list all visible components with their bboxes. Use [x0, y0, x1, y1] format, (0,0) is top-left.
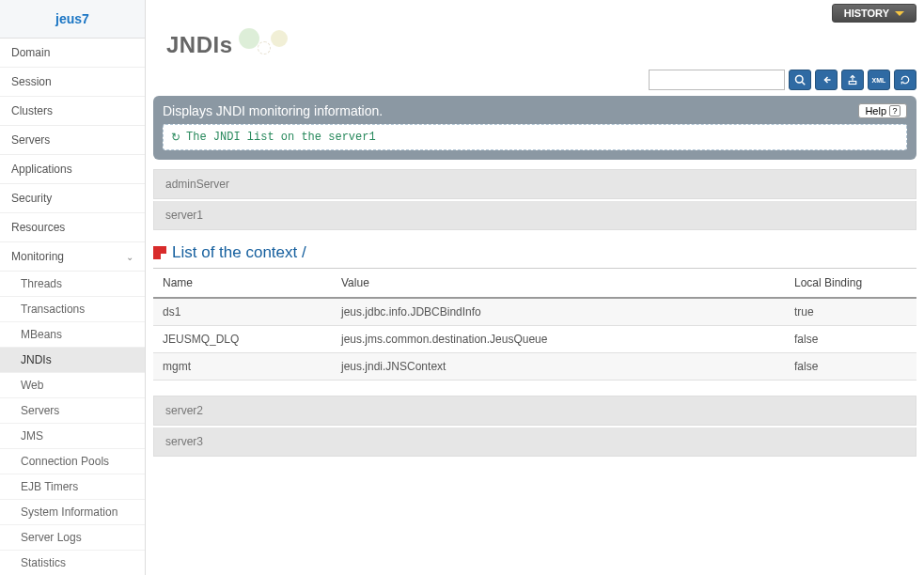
nav-applications[interactable]: Applications	[0, 155, 145, 184]
cell-binding: true	[785, 298, 916, 326]
server-bar-server1[interactable]: server1	[153, 201, 916, 230]
nav-session[interactable]: Session	[0, 68, 145, 97]
cell-name: JEUSMQ_DLQ	[153, 326, 332, 353]
refresh-toolbar-icon[interactable]	[894, 70, 916, 90]
info-title: Displays JNDI monitoring information.	[163, 103, 907, 118]
sub-transactions[interactable]: Transactions	[0, 297, 145, 322]
info-panel: Displays JNDI monitoring information. He…	[153, 96, 916, 160]
svg-line-1	[802, 82, 805, 85]
sub-server-logs[interactable]: Server Logs	[0, 525, 145, 551]
server-group-bottom: server2 server3	[153, 396, 916, 457]
server-bar-adminserver[interactable]: adminServer	[153, 169, 916, 199]
nav-clusters[interactable]: Clusters	[0, 97, 145, 126]
sub-jndis[interactable]: JNDIs	[0, 348, 145, 373]
topbar: HISTORY	[153, 0, 916, 26]
nav-domain[interactable]: Domain	[0, 39, 145, 68]
context-icon	[153, 246, 166, 259]
sub-threads[interactable]: Threads	[0, 272, 145, 297]
nav-monitoring-label: Monitoring	[11, 250, 64, 263]
cell-value: jeus.jdbc.info.JDBCBindInfo	[332, 298, 785, 326]
search-icon[interactable]	[789, 70, 811, 90]
chevron-down-icon	[895, 11, 904, 16]
table-row[interactable]: ds1 jeus.jdbc.info.JDBCBindInfo true	[153, 298, 916, 326]
cell-value: jeus.jms.common.destination.JeusQueue	[332, 326, 785, 353]
export-icon[interactable]	[841, 70, 864, 90]
server-bar-server2[interactable]: server2	[153, 396, 916, 426]
cell-binding: false	[785, 326, 916, 353]
context-section: List of the context / Name Value Local B…	[153, 243, 916, 381]
help-icon: ?	[889, 105, 901, 117]
nav-resources[interactable]: Resources	[0, 213, 145, 242]
info-body: ↻ The JNDI list on the server1	[163, 124, 907, 150]
sub-mbeans[interactable]: MBeans	[0, 322, 145, 348]
svg-rect-2	[849, 82, 856, 85]
nav-security[interactable]: Security	[0, 184, 145, 213]
help-label: Help	[865, 105, 886, 117]
nav-servers[interactable]: Servers	[0, 126, 145, 155]
cell-name: mgmt	[153, 353, 332, 381]
decorative-dots	[239, 26, 295, 64]
page-title: JNDIs	[166, 32, 233, 58]
refresh-icon[interactable]: ↻	[171, 131, 180, 144]
nav-monitoring-sub: Threads Transactions MBeans JNDIs Web Se…	[0, 272, 145, 575]
server-bar-server3[interactable]: server3	[153, 427, 916, 457]
cell-binding: false	[785, 353, 916, 381]
cell-name: ds1	[153, 298, 332, 326]
help-button[interactable]: Help ?	[858, 103, 907, 118]
nav-monitoring[interactable]: Monitoring ⌄	[0, 242, 145, 272]
th-name: Name	[153, 269, 332, 299]
svg-point-0	[796, 76, 804, 84]
xml-icon[interactable]: XML	[868, 70, 890, 90]
chevron-down-icon: ⌄	[126, 252, 133, 262]
context-title-text: List of the context /	[172, 243, 306, 262]
context-title: List of the context /	[153, 243, 916, 262]
sidebar: jeus7 Domain Session Clusters Servers Ap…	[0, 0, 146, 575]
table-row[interactable]: JEUSMQ_DLQ jeus.jms.common.destination.J…	[153, 326, 916, 353]
sub-statistics[interactable]: Statistics	[0, 551, 145, 575]
sub-servers[interactable]: Servers	[0, 398, 145, 424]
context-table: Name Value Local Binding ds1 jeus.jdbc.i…	[153, 268, 916, 381]
history-label: HISTORY	[844, 8, 889, 19]
th-binding: Local Binding	[785, 269, 916, 299]
brand-logo[interactable]: jeus7	[0, 0, 145, 39]
sub-ejb-timers[interactable]: EJB Timers	[0, 474, 145, 500]
th-value: Value	[332, 269, 785, 299]
main-content: HISTORY JNDIs XML	[146, 0, 924, 575]
back-icon[interactable]	[815, 70, 838, 90]
sub-jms[interactable]: JMS	[0, 424, 145, 449]
sub-connection-pools[interactable]: Connection Pools	[0, 449, 145, 474]
sub-system-information[interactable]: System Information	[0, 500, 145, 525]
title-row: JNDIs	[166, 26, 916, 64]
history-button[interactable]: HISTORY	[832, 4, 916, 23]
sub-web[interactable]: Web	[0, 373, 145, 398]
cell-value: jeus.jndi.JNSContext	[332, 353, 785, 381]
table-row[interactable]: mgmt jeus.jndi.JNSContext false	[153, 353, 916, 381]
info-message: The JNDI list on the server1	[186, 131, 376, 144]
search-row: XML	[153, 70, 916, 90]
nav-top: Domain Session Clusters Servers Applicat…	[0, 39, 145, 272]
search-input[interactable]	[649, 70, 785, 90]
